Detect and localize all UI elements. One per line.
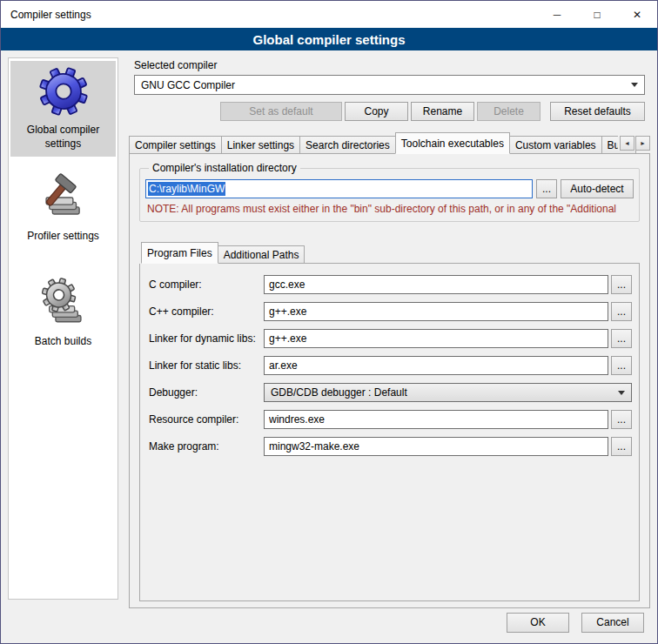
window-title: Compiler settings	[1, 9, 91, 21]
cpp-compiler-input[interactable]	[264, 302, 608, 321]
selected-compiler-label: Selected compiler	[134, 59, 645, 71]
scroll-right-icon[interactable]: ►	[635, 136, 650, 151]
browse-dynamic-linker-button[interactable]: ...	[611, 329, 632, 348]
dialog-content: Global compiler settings	[1, 50, 657, 608]
maximize-icon[interactable]: □	[577, 1, 617, 28]
copy-button[interactable]: Copy	[345, 102, 408, 121]
form-row: Linker for static libs: ...	[149, 356, 632, 375]
installation-directory-value: C:\raylib\MinGW	[148, 182, 225, 196]
c-compiler-label: C compiler:	[149, 278, 264, 291]
browse-resource-compiler-button[interactable]: ...	[611, 410, 632, 429]
browse-c-compiler-button[interactable]: ...	[611, 275, 632, 294]
resource-compiler-label: Resource compiler:	[149, 413, 264, 426]
dynamic-linker-input[interactable]	[264, 329, 608, 348]
sidebar-item-label: Global compiler settings	[13, 124, 113, 151]
delete-button[interactable]: Delete	[477, 102, 540, 121]
profiler-tool-icon	[38, 172, 89, 225]
program-files-page: C compiler: ... C++ compiler: ... Linker…	[139, 264, 640, 601]
tab-linker-settings[interactable]: Linker settings	[221, 136, 300, 154]
static-linker-input[interactable]	[264, 356, 608, 375]
c-compiler-input[interactable]	[264, 275, 608, 294]
installation-directory-input[interactable]: C:\raylib\MinGW	[145, 179, 533, 198]
set-as-default-button[interactable]: Set as default	[220, 102, 342, 121]
reset-defaults-button[interactable]: Reset defaults	[550, 102, 645, 121]
rename-button[interactable]: Rename	[411, 102, 474, 121]
ok-button[interactable]: OK	[507, 613, 569, 633]
debugger-value: GDB/CDB debugger : Default	[271, 386, 613, 399]
close-icon[interactable]: ✕	[617, 1, 657, 28]
gray-gear-stack-icon	[38, 278, 89, 331]
sidebar-item-global-compiler-settings[interactable]: Global compiler settings	[10, 61, 116, 157]
installation-directory-group-title: Compiler's installation directory	[149, 162, 300, 174]
form-row: Make program: ...	[149, 437, 632, 456]
form-row: Linker for dynamic libs: ...	[149, 329, 632, 348]
make-program-input[interactable]	[264, 437, 608, 456]
selected-compiler-dropdown[interactable]: GNU GCC Compiler	[134, 75, 645, 95]
tab-program-files[interactable]: Program Files	[141, 242, 218, 264]
cancel-button[interactable]: Cancel	[581, 613, 644, 633]
sidebar-item-profiler-settings[interactable]: Profiler settings	[10, 167, 116, 250]
dynamic-linker-label: Linker for dynamic libs:	[149, 332, 264, 345]
debugger-label: Debugger:	[149, 386, 264, 399]
form-row: C compiler: ...	[149, 275, 632, 294]
browse-make-program-button[interactable]: ...	[611, 437, 632, 456]
scroll-left-icon[interactable]: ◄	[620, 136, 634, 151]
make-program-label: Make program:	[149, 440, 264, 453]
settings-category-list: Global compiler settings	[8, 57, 118, 600]
minimize-icon[interactable]: ─	[537, 1, 577, 28]
tab-compiler-settings[interactable]: Compiler settings	[129, 136, 222, 154]
tab-scroll-buttons: ◄ ►	[618, 136, 650, 151]
auto-detect-button[interactable]: Auto-detect	[561, 179, 634, 198]
selected-compiler-value: GNU GCC Compiler	[141, 79, 626, 91]
compiler-actions: Set as default Copy Rename Delete Reset …	[134, 102, 645, 121]
debugger-dropdown[interactable]: GDB/CDB debugger : Default	[264, 383, 632, 402]
static-linker-label: Linker for static libs:	[149, 359, 264, 372]
caption-buttons: ─ □ ✕	[537, 1, 657, 28]
sidebar-item-batch-builds[interactable]: Batch builds	[10, 272, 116, 355]
dialog-footer: OK Cancel	[1, 608, 657, 643]
installation-note: NOTE: All programs must exist either in …	[147, 203, 632, 215]
browse-static-linker-button[interactable]: ...	[611, 356, 632, 375]
settings-tabstrip: Compiler settings Linker settings Search…	[129, 132, 650, 154]
chevron-down-icon	[631, 83, 638, 87]
sidebar-item-label: Profiler settings	[27, 230, 99, 244]
tab-additional-paths[interactable]: Additional Paths	[218, 245, 306, 264]
page-title: Global compiler settings	[1, 28, 657, 50]
main-panel: Selected compiler GNU GCC Compiler Set a…	[127, 57, 650, 608]
browse-directory-button[interactable]: ...	[536, 179, 557, 198]
installation-directory-group: Compiler's installation directory C:\ray…	[139, 162, 640, 222]
program-files-section: Program Files Additional Paths C compile…	[139, 231, 640, 601]
titlebar[interactable]: Compiler settings ─ □ ✕	[1, 1, 657, 28]
blue-gear-icon	[38, 66, 89, 119]
tab-toolchain-executables[interactable]: Toolchain executables	[395, 132, 510, 154]
resource-compiler-input[interactable]	[264, 410, 608, 429]
form-row: Debugger: GDB/CDB debugger : Default	[149, 383, 632, 402]
sidebar-item-label: Batch builds	[35, 335, 91, 349]
subtabstrip-filler	[305, 245, 640, 264]
tab-search-directories[interactable]: Search directories	[299, 136, 396, 154]
compiler-settings-dialog: Compiler settings ─ □ ✕ Global compiler …	[0, 0, 658, 644]
toolchain-executables-page: Compiler's installation directory C:\ray…	[129, 154, 650, 608]
form-row: Resource compiler: ...	[149, 410, 632, 429]
installation-directory-row: C:\raylib\MinGW ... Auto-detect	[145, 179, 634, 198]
tabs: Compiler settings Linker settings Search…	[129, 132, 650, 154]
chevron-down-icon	[618, 391, 625, 395]
browse-cpp-compiler-button[interactable]: ...	[611, 302, 632, 321]
cpp-compiler-label: C++ compiler:	[149, 305, 264, 318]
program-files-tabstrip: Program Files Additional Paths	[141, 242, 640, 264]
form-row: C++ compiler: ...	[149, 302, 632, 321]
tab-custom-variables[interactable]: Custom variables	[509, 136, 602, 154]
